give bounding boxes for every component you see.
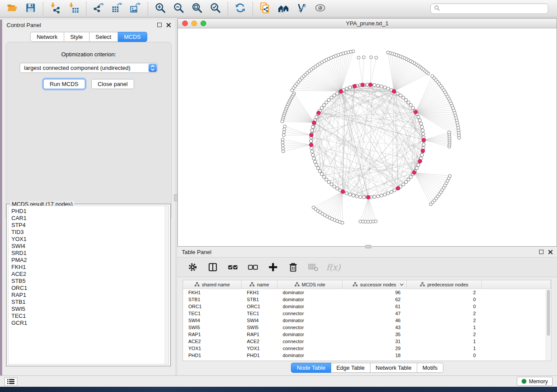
table-cell[interactable]: 62 [343,296,407,303]
graph-node[interactable] [336,187,339,190]
table-cell[interactable]: 1 [407,345,482,352]
table-cell[interactable] [482,303,551,310]
graph-node[interactable] [387,87,390,90]
table-cell[interactable]: 1 [407,338,482,345]
graph-node[interactable] [330,96,333,99]
column-header-empty[interactable] [482,280,551,289]
mcds-result-item[interactable]: STB5 [11,278,169,285]
table-cell[interactable]: dominator [277,296,343,303]
graph-node[interactable] [348,86,351,89]
graph-node[interactable] [407,178,410,181]
export-network-button[interactable] [93,3,105,15]
table-cell[interactable]: 0 [407,296,482,303]
zoom-selected-button[interactable] [209,3,221,15]
table-cell[interactable]: RAP1 [183,331,242,338]
search-input[interactable] [443,6,544,12]
graph-hub-node[interactable] [422,138,426,142]
table-cell[interactable]: YOX1 [242,345,277,352]
table-cell[interactable]: 2 [407,331,482,338]
graph-node[interactable] [333,94,336,97]
graph-leaf-node[interactable] [341,221,344,224]
graph-node[interactable] [383,193,386,196]
graph-node[interactable] [311,129,314,132]
graph-node[interactable] [345,87,348,90]
table-row[interactable]: ORC1ORC1dominator610 [183,303,551,310]
graph-node[interactable] [377,84,380,87]
table-cell[interactable] [482,345,551,352]
table-row[interactable]: ACE2ACE2connector311 [183,338,551,345]
table-row[interactable]: RAP1RAP1dominator352 [183,331,551,338]
table-cell[interactable]: 0 [407,303,482,310]
delete-table-button[interactable] [308,261,319,273]
table-cell[interactable]: ACE2 [183,338,242,345]
graph-hub-node[interactable] [392,89,396,93]
mcds-result-item[interactable]: YOX1 [11,236,169,243]
graph-node[interactable] [373,195,376,198]
table-cell[interactable]: 2 [407,289,482,296]
refresh-button[interactable] [234,3,246,15]
graph-hub-node[interactable] [341,190,345,194]
table-cell[interactable]: 43 [343,324,407,331]
table-cell[interactable]: connector [277,310,343,317]
table-cell[interactable]: 47 [343,310,407,317]
graph-node[interactable] [325,101,328,104]
table-row[interactable]: SWI4SWI4dominator462 [183,317,551,324]
graph-node[interactable] [412,107,415,110]
graph-node[interactable] [402,183,405,186]
deselect-all-button[interactable] [247,261,259,273]
graph-leaf-node[interactable] [283,128,286,131]
zoom-in-button[interactable] [154,3,166,15]
graph-node[interactable] [355,195,358,198]
graph-node[interactable] [417,163,420,166]
table-scrollbar[interactable] [546,289,550,360]
table-cell[interactable]: SWI5 [242,324,277,331]
graph-node[interactable] [377,195,380,198]
graph-node[interactable] [325,178,328,181]
graph-leaf-node[interactable] [283,125,286,128]
graph-leaf-node[interactable] [448,131,451,134]
graph-leaf-node[interactable] [281,120,284,123]
float-panel-icon[interactable] [539,250,543,254]
table-cell[interactable]: dominator [277,289,343,296]
neighborhood-button[interactable] [277,3,290,15]
graph-leaf-node[interactable] [362,56,365,59]
show-graphics-details-button[interactable] [314,3,326,15]
table-tab-motifs[interactable]: Motifs [417,363,443,373]
table-row[interactable]: PHD1PHD1dominator180 [183,352,551,359]
graph-node[interactable] [362,196,365,199]
graph-node[interactable] [421,129,424,132]
export-table-button[interactable] [111,3,123,15]
control-tab-select[interactable]: Select [90,32,118,42]
table-cell[interactable]: 61 [343,303,407,310]
graph-hub-node[interactable] [309,143,313,147]
graph-hub-node[interactable] [421,149,425,153]
select-all-button[interactable] [227,261,239,273]
table-tab-edge-table[interactable]: Edge Table [331,363,370,373]
table-cell[interactable]: 0 [407,352,482,359]
network-window-titlebar[interactable]: YPA_prune.txt_1 [178,19,557,28]
add-column-button[interactable] [267,261,279,273]
table-cell[interactable] [482,331,551,338]
graph-node[interactable] [399,94,402,97]
graph-leaf-node[interactable] [281,144,284,147]
open-session-button[interactable] [6,3,18,15]
table-row[interactable]: FKH1FKH1dominator962 [183,289,551,296]
table-cell[interactable]: STB1 [183,296,242,303]
table-row[interactable]: STB1STB1dominator620 [183,296,551,303]
table-cell[interactable]: connector [277,338,343,345]
mcds-result-item[interactable]: STP4 [11,222,169,229]
mcds-result-item[interactable]: PMA2 [11,257,169,264]
graph-hub-node[interactable] [339,89,343,93]
graph-node[interactable] [311,125,314,128]
graph-leaf-node[interactable] [448,175,451,178]
mcds-result-item[interactable]: STB1 [11,299,169,306]
graph-hub-node[interactable] [317,111,321,115]
table-cell[interactable]: 1 [407,324,482,331]
graph-node[interactable] [387,192,390,195]
function-builder-button[interactable]: f(x) [328,261,339,273]
column-header-name[interactable]: name [242,280,277,289]
mcds-result-item[interactable]: SRD1 [11,250,169,257]
delete-column-button[interactable] [287,261,299,273]
column-layout-button[interactable] [207,261,218,273]
graph-hub-node[interactable] [309,133,313,137]
